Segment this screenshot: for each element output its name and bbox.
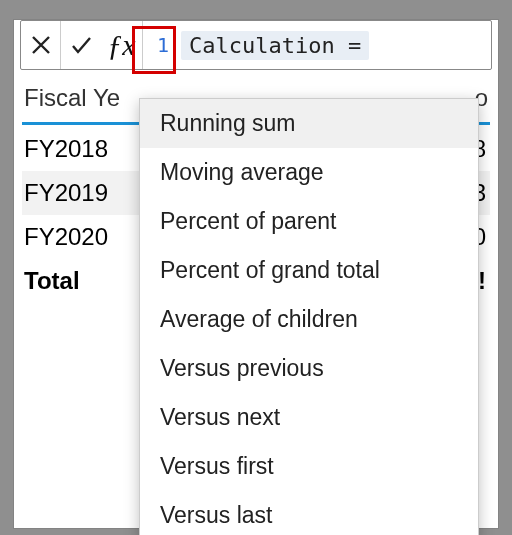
row-label: FY2019 bbox=[24, 179, 108, 207]
formula-bar: ƒx 1 Calculation = bbox=[20, 20, 492, 70]
check-icon bbox=[69, 33, 93, 57]
dropdown-item-versus-first[interactable]: Versus first bbox=[140, 442, 478, 491]
report-panel: ƒx 1 Calculation = Fiscal Ye o FY2018 8 … bbox=[14, 20, 498, 528]
dropdown-item-running-sum[interactable]: Running sum bbox=[140, 99, 478, 148]
line-number: 1 bbox=[157, 33, 169, 57]
row-label: FY2018 bbox=[24, 135, 108, 163]
fx-icon: ƒx bbox=[107, 28, 135, 62]
dropdown-item-versus-next[interactable]: Versus next bbox=[140, 393, 478, 442]
cancel-button[interactable] bbox=[21, 21, 61, 69]
dropdown-item-percent-of-grand-total[interactable]: Percent of grand total bbox=[140, 246, 478, 295]
dropdown-item-moving-average[interactable]: Moving average bbox=[140, 148, 478, 197]
dropdown-item-percent-of-parent[interactable]: Percent of parent bbox=[140, 197, 478, 246]
dropdown-item-average-of-children[interactable]: Average of children bbox=[140, 295, 478, 344]
header-fiscal-year[interactable]: Fiscal Ye bbox=[24, 84, 134, 112]
row-label: Total bbox=[24, 267, 80, 295]
close-icon bbox=[29, 33, 53, 57]
fx-button[interactable]: ƒx bbox=[101, 21, 143, 69]
commit-button[interactable] bbox=[61, 21, 101, 69]
dropdown-item-versus-last[interactable]: Versus last bbox=[140, 491, 478, 535]
dropdown-item-versus-previous[interactable]: Versus previous bbox=[140, 344, 478, 393]
row-label: FY2020 bbox=[24, 223, 108, 251]
calculation-dropdown: Running sum Moving average Percent of pa… bbox=[139, 98, 479, 535]
formula-input[interactable]: 1 Calculation = bbox=[143, 31, 369, 60]
formula-expression: Calculation = bbox=[181, 31, 369, 60]
